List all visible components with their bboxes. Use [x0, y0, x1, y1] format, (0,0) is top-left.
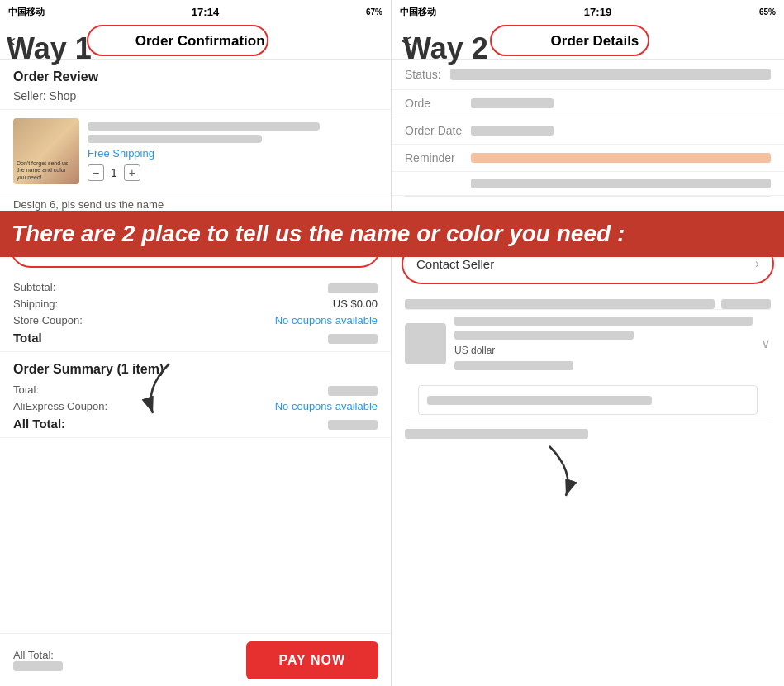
- time-right: 17:19: [584, 6, 611, 18]
- icons-left: 67%: [366, 7, 382, 17]
- product-bottom-row: US dollar ∨: [405, 317, 771, 370]
- right-panel: 中国移动 17:19 65% < Order Details Status: O…: [392, 0, 784, 686]
- coupon-value: No coupons available: [275, 314, 378, 326]
- product-name-blur-1: [88, 122, 320, 131]
- total-label: Total: [13, 331, 42, 345]
- order-date-label: Order Date: [405, 124, 471, 137]
- order-date-row: Order Date: [392, 117, 784, 145]
- qty-minus-btn[interactable]: −: [88, 164, 104, 181]
- reminder-label: Reminder: [405, 151, 471, 164]
- pricing-section: Subtotal: Shipping: US $0.00 Store Coupo…: [0, 274, 391, 352]
- status-bar-left: 中国移动 17:14 67%: [0, 0, 391, 23]
- bottom-blur-1: [405, 299, 715, 309]
- subtotal-value: [328, 283, 378, 293]
- order-value-blur: [471, 98, 554, 108]
- bottom-blur-2: [721, 299, 771, 309]
- summary-total-value: [328, 386, 378, 396]
- product-info-blurs: US dollar: [454, 317, 753, 370]
- reminder-row: Reminder: [392, 145, 784, 172]
- way1-label: Way 1: [7, 31, 92, 66]
- summary-total-label: Total:: [13, 383, 39, 396]
- scroll-content-right: Status: Orde Order Date Reminder: [392, 60, 784, 686]
- pay-all-total-section: All Total:: [13, 649, 63, 671]
- right-input-row: [405, 379, 771, 422]
- us-dollar-label: US dollar: [454, 345, 753, 356]
- summary-all-total-row: All Total:: [13, 417, 378, 431]
- summary-all-total-label: All Total:: [13, 417, 65, 431]
- total-value: [328, 334, 378, 344]
- carrier-left: 中国移动: [8, 6, 45, 18]
- product-name-blur-2: [88, 135, 262, 143]
- overlay-text: There are 2 place to tell us the name or…: [0, 211, 784, 257]
- order-label: Orde: [405, 97, 471, 110]
- product-line-2: [454, 331, 634, 340]
- bottom-extra-blur: [405, 429, 588, 439]
- product-info: Free Shipping − 1 +: [79, 122, 378, 181]
- quantity-control: − 1 +: [88, 164, 378, 181]
- seller-label: Seller: Shop: [13, 89, 378, 102]
- shipping-row: Shipping: US $0.00: [13, 298, 378, 310]
- order-date-blur: [471, 126, 554, 136]
- right-input-box[interactable]: [418, 385, 758, 415]
- time-left: 17:14: [192, 6, 219, 18]
- summary-aliexpress-row: AliExpress Coupon: No coupons available: [13, 400, 378, 412]
- extra-blur-1: [471, 179, 771, 188]
- total-row: Total: [13, 331, 378, 345]
- reminder-value-blur: [471, 153, 771, 163]
- summary-coupon-label: AliExpress Coupon:: [13, 400, 107, 412]
- order-review-section: Order Review Seller: Shop: [0, 60, 391, 110]
- product-row: Don't forget send us the name and color …: [0, 110, 391, 193]
- left-panel: 中国移动 17:14 67% ‹ Order Confirmation Orde…: [0, 0, 392, 686]
- shipping-label: Shipping:: [13, 298, 58, 310]
- shipping-value: US $0.00: [333, 298, 378, 310]
- bottom-blur-row-1: [405, 299, 771, 310]
- bottom-blurs-section: US dollar ∨: [392, 291, 784, 447]
- order-review-title: Order Review: [13, 69, 378, 84]
- qty-plus-btn[interactable]: +: [124, 164, 140, 181]
- dropdown-chevron-icon: ∨: [761, 336, 771, 351]
- product-line-1: [454, 317, 753, 326]
- qty-number: 1: [111, 166, 117, 179]
- coupon-label: Store Coupon:: [13, 314, 83, 326]
- status-value-blur: [450, 69, 771, 80]
- pay-now-bar: All Total: PAY NOW: [0, 633, 391, 686]
- order-summary-title: Order Summary (1 item): [13, 362, 378, 377]
- extra-blur-row-1: [392, 172, 784, 196]
- way2-label: Way 2: [403, 31, 488, 66]
- right-input-value-blur: [427, 396, 652, 405]
- product-img-inner: Don't forget send us the name and color …: [13, 118, 79, 184]
- status-label: Status:: [405, 68, 450, 81]
- icons-right: 65%: [759, 7, 776, 17]
- summary-coupon-value: No coupons available: [275, 400, 378, 412]
- contact-seller-chevron-icon: ›: [755, 256, 759, 271]
- pay-total-value-blur: [13, 661, 63, 671]
- scroll-content-left: Order Review Seller: Shop Don't forget s…: [0, 60, 391, 686]
- order-summary-section: Order Summary (1 item) Total: AliExpress…: [0, 352, 391, 438]
- subtotal-row: Subtotal:: [13, 281, 378, 293]
- order-number-row: Orde: [392, 90, 784, 117]
- status-bar-right: 中国移动 17:19 65%: [392, 0, 784, 23]
- battery-left: 67%: [366, 7, 382, 17]
- product-thumb-blur: [405, 323, 446, 364]
- pay-now-button[interactable]: PAY NOW: [246, 641, 379, 679]
- summary-all-total-value: [328, 420, 378, 430]
- product-image: Don't forget send us the name and color …: [13, 118, 79, 184]
- dropdown-chevron-container: ∨: [761, 336, 771, 351]
- summary-total-row: Total:: [13, 383, 378, 396]
- pay-all-total-label: All Total:: [13, 649, 63, 661]
- subtotal-label: Subtotal:: [13, 281, 55, 293]
- contact-seller-label: Contact Seller: [416, 257, 494, 271]
- carrier-right: 中国移动: [400, 6, 436, 18]
- coupon-row: Store Coupon: No coupons available: [13, 314, 378, 326]
- product-img-text: Don't forget send us the name and color …: [17, 160, 76, 181]
- free-shipping-label: Free Shipping: [88, 147, 378, 160]
- battery-right: 65%: [759, 7, 776, 17]
- product-line-3: [454, 361, 573, 370]
